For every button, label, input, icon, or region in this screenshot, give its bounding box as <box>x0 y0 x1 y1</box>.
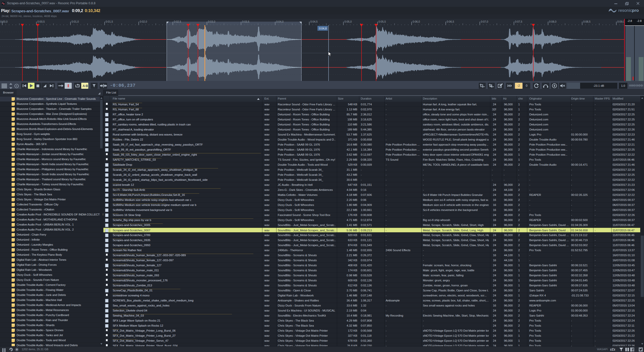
svg-text:0:05,5: 0:05,5 <box>379 20 386 23</box>
svg-text:0:05,0: 0:05,0 <box>344 20 352 23</box>
svg-text:0:06,5: 0:06,5 <box>447 20 454 23</box>
svg-text:0:08,5: 0:08,5 <box>583 20 590 23</box>
svg-text:0:03,0: 0:03,0 <box>208 20 215 23</box>
svg-text:0:03,5: 0:03,5 <box>242 20 249 23</box>
svg-text:0:01,5: 0:01,5 <box>106 20 113 23</box>
svg-text:0:07,0: 0:07,0 <box>481 20 488 23</box>
svg-text:0:06,0: 0:06,0 <box>413 20 420 23</box>
svg-text:0:04,8: 0:04,8 <box>319 27 327 30</box>
svg-text:0:08,0: 0:08,0 <box>549 20 556 23</box>
svg-text:0:02,0: 0:02,0 <box>140 20 147 23</box>
svg-text:0:00,5: 0:00,5 <box>37 20 45 23</box>
svg-text:0:07,5: 0:07,5 <box>515 20 522 23</box>
svg-text:A-B: A-B <box>83 84 88 88</box>
svg-text:0:01,0: 0:01,0 <box>71 20 79 23</box>
svg-text:0: 0 <box>526 84 528 87</box>
svg-text:0:04,0: 0:04,0 <box>276 20 284 23</box>
svg-text:-2.8: -2.8 <box>637 19 642 22</box>
svg-text:-2: -2 <box>517 84 520 87</box>
svg-text:0:09,0: 0:09,0 <box>617 20 625 23</box>
svg-text:-2.8: -2.8 <box>627 19 632 22</box>
svg-text:pro: pro <box>632 8 639 13</box>
svg-text:resonic: resonic <box>618 8 632 13</box>
svg-text:0:02,5: 0:02,5 <box>174 20 181 23</box>
svg-text:0:00,0: 0:00,0 <box>0 20 8 23</box>
svg-text:0:04,5: 0:04,5 <box>310 20 317 23</box>
